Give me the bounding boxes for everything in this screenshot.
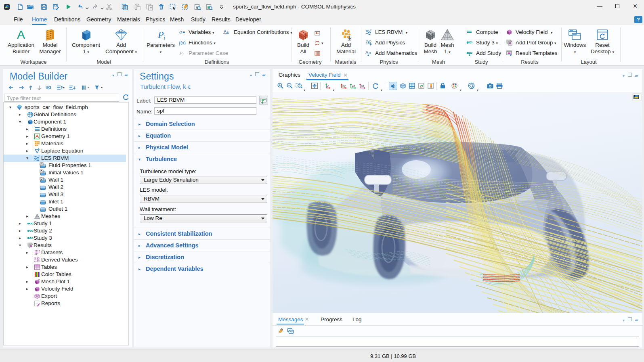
svg-text:Δ: Δ (365, 50, 369, 55)
svg-text:yz: yz (352, 84, 355, 88)
svg-text:xz: xz (361, 84, 364, 88)
svg-text:Δ: Δ (223, 29, 227, 35)
svg-text:8.85: 8.85 (34, 257, 40, 260)
svg-text:u: u (369, 50, 371, 55)
svg-text:a: a (179, 29, 182, 35)
svg-text:xy: xy (342, 84, 346, 88)
svg-text:*: * (38, 155, 40, 158)
svg-text:e-12: e-12 (34, 260, 40, 263)
svg-text:P: P (179, 50, 183, 56)
svg-text:P: P (157, 29, 164, 40)
svg-text:*: * (370, 29, 371, 32)
svg-text:i: i (183, 52, 184, 56)
svg-text:D: D (40, 177, 42, 180)
svg-text:i: i (164, 34, 165, 41)
svg-text:=: = (183, 29, 185, 34)
svg-text:(x): (x) (180, 40, 186, 45)
svg-text:A: A (17, 28, 25, 41)
svg-text:u: u (227, 29, 229, 35)
svg-text:D: D (40, 163, 42, 165)
svg-text:*: * (38, 278, 40, 282)
svg-text:*: * (38, 148, 39, 151)
svg-text:D: D (40, 170, 42, 173)
